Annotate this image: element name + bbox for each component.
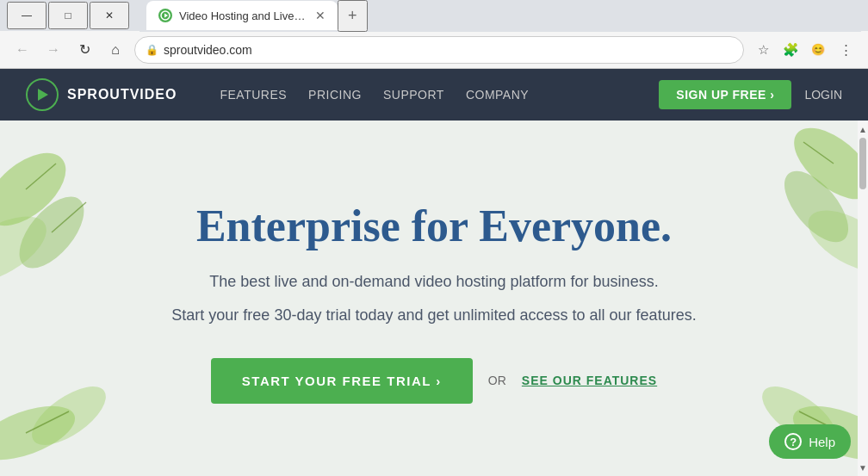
tab-favicon (158, 9, 172, 22)
browser-window: — □ ✕ Video Hosting and Live Streamin...… (0, 0, 868, 69)
lock-icon: 🔒 (146, 44, 158, 56)
address-bar[interactable]: 🔒 sproutvideo.com (134, 36, 744, 64)
hero-subtitle1: The best live and on-demand video hostin… (171, 269, 696, 294)
svg-point-3 (8, 186, 96, 280)
svg-line-10 (803, 142, 834, 164)
leaf-top-left (0, 121, 129, 310)
help-label: Help (809, 435, 835, 449)
tab-title: Video Hosting and Live Streamin... (179, 9, 308, 22)
nav-pricing[interactable]: PRICING (308, 88, 362, 102)
leaf-bottom-left (0, 373, 121, 476)
window-controls: — □ ✕ (7, 2, 129, 29)
logo-icon (26, 78, 59, 111)
site-navigation: SPROUTVIDEO FEATURES PRICING SUPPORT COM… (0, 69, 868, 121)
logo: SPROUTVIDEO (26, 78, 177, 111)
svg-marker-1 (164, 14, 168, 18)
see-features-link[interactable]: SEE OUR FEATURES (522, 374, 657, 387)
close-button[interactable]: ✕ (90, 2, 129, 29)
scroll-up-arrow[interactable]: ▲ (858, 122, 868, 136)
or-label: OR (488, 374, 506, 387)
play-icon (38, 89, 48, 101)
nav-links: FEATURES PRICING SUPPORT COMPANY (220, 88, 529, 102)
login-link[interactable]: LOGIN (804, 88, 842, 102)
maximize-button[interactable]: □ (48, 2, 88, 29)
svg-line-5 (26, 164, 56, 189)
hero-subtitle2: Start your free 30-day trial today and g… (171, 303, 696, 328)
browser-tab[interactable]: Video Hosting and Live Streamin... ✕ (146, 1, 338, 30)
nav-right: SIGN UP FREE › LOGIN (659, 80, 842, 109)
svg-point-11 (0, 395, 82, 471)
menu-button[interactable]: ⋮ (834, 38, 858, 62)
extensions-button[interactable]: 🧩 (778, 38, 803, 62)
hero-title: Enterprise for Everyone. (171, 201, 696, 250)
minimize-button[interactable]: — (7, 2, 46, 29)
signup-button[interactable]: SIGN UP FREE › (659, 80, 791, 109)
reload-button[interactable]: ↻ (72, 38, 96, 62)
nav-features[interactable]: FEATURES (220, 88, 287, 102)
tab-close-button[interactable]: ✕ (315, 9, 326, 22)
svg-point-12 (22, 375, 115, 455)
svg-point-2 (0, 139, 78, 240)
toolbar-icons: ☆ 🧩 😊 ⋮ (751, 38, 858, 62)
bookmark-button[interactable]: ☆ (751, 38, 775, 62)
tab-bar: Video Hosting and Live Streamin... ✕ + (140, 0, 861, 32)
hero-content: Enterprise for Everyone. The best live a… (171, 201, 696, 404)
help-circle-icon: ? (784, 433, 802, 450)
leaf-top-right (747, 121, 868, 284)
scroll-down-arrow[interactable]: ▼ (858, 461, 868, 474)
scroll-thumb[interactable] (859, 138, 866, 189)
svg-point-8 (772, 160, 859, 252)
svg-point-4 (0, 203, 57, 296)
new-tab-button[interactable]: + (338, 0, 368, 32)
trial-button[interactable]: START YOUR FREE TRIAL › (211, 358, 473, 404)
svg-line-13 (26, 411, 69, 433)
website-content: SPROUTVIDEO FEATURES PRICING SUPPORT COM… (0, 69, 868, 476)
logo-text: SPROUTVIDEO (67, 87, 177, 102)
browser-toolbar: ← → ↻ ⌂ 🔒 sproutvideo.com ☆ 🧩 😊 ⋮ (0, 31, 868, 69)
nav-support[interactable]: SUPPORT (383, 88, 444, 102)
svg-point-7 (782, 121, 868, 213)
url-display: sproutvideo.com (164, 43, 733, 57)
scrollbar[interactable]: ▲ ▼ (858, 121, 868, 476)
forward-button[interactable]: → (41, 38, 65, 62)
hero-cta: START YOUR FREE TRIAL › OR SEE OUR FEATU… (171, 358, 696, 404)
svg-line-6 (52, 202, 86, 232)
hero-section: Enterprise for Everyone. The best live a… (0, 121, 868, 476)
profile-button[interactable]: 😊 (806, 38, 830, 62)
nav-company[interactable]: COMPANY (466, 88, 529, 102)
title-bar: — □ ✕ Video Hosting and Live Streamin...… (0, 0, 868, 31)
back-button[interactable]: ← (10, 38, 34, 62)
help-button[interactable]: ? Help (769, 424, 851, 459)
home-button[interactable]: ⌂ (103, 38, 127, 62)
